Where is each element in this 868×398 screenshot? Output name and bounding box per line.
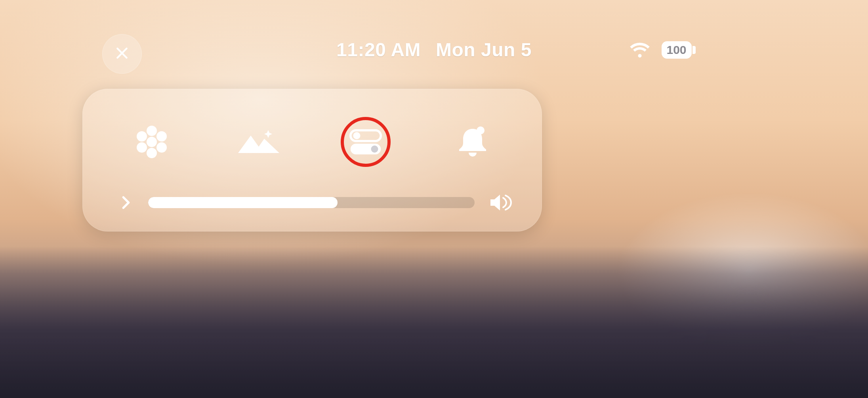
bell-icon bbox=[449, 124, 496, 160]
speaker-icon bbox=[489, 192, 514, 213]
svg-point-6 bbox=[156, 131, 167, 142]
svg-point-3 bbox=[147, 126, 157, 136]
volume-row bbox=[82, 184, 542, 232]
control-center-button[interactable] bbox=[318, 114, 413, 170]
apps-button[interactable] bbox=[104, 114, 199, 170]
svg-point-2 bbox=[147, 137, 157, 147]
wifi-icon bbox=[629, 39, 651, 61]
toggles-icon bbox=[342, 124, 389, 160]
notifications-button[interactable] bbox=[425, 114, 520, 170]
svg-point-5 bbox=[137, 131, 147, 142]
svg-point-10 bbox=[353, 132, 361, 139]
battery-tip-icon bbox=[692, 46, 696, 54]
close-icon bbox=[114, 45, 130, 63]
background-mountain bbox=[0, 247, 868, 398]
control-panel-buttons bbox=[82, 89, 542, 184]
clock-date: Mon Jun 5 bbox=[436, 39, 532, 61]
volume-slider-fill bbox=[148, 197, 338, 208]
svg-point-4 bbox=[147, 148, 157, 158]
chevron-right-icon[interactable] bbox=[118, 195, 134, 210]
statusbar: 11:20 AM Mon Jun 5 100 bbox=[200, 39, 668, 61]
mountains-icon bbox=[235, 124, 282, 160]
environments-button[interactable] bbox=[211, 114, 306, 170]
battery-percent: 100 bbox=[662, 41, 692, 59]
svg-point-13 bbox=[477, 126, 485, 134]
clock-time: 11:20 AM bbox=[336, 39, 421, 61]
close-button[interactable] bbox=[102, 34, 142, 74]
apps-icon bbox=[128, 124, 176, 160]
battery-indicator: 100 bbox=[662, 41, 696, 59]
svg-point-12 bbox=[371, 145, 378, 153]
volume-slider[interactable] bbox=[148, 197, 475, 208]
control-panel bbox=[82, 89, 542, 232]
svg-point-7 bbox=[137, 142, 147, 153]
svg-point-8 bbox=[156, 142, 167, 153]
